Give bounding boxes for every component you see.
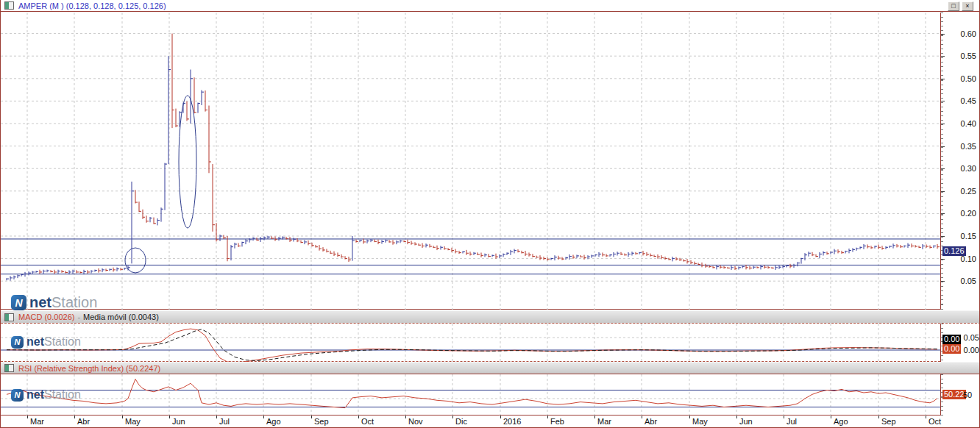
price-axis-tick (941, 259, 945, 260)
price-axis-label: 0.60 (947, 29, 976, 38)
restore-button[interactable]: □ (948, 1, 959, 11)
close-icon[interactable]: × (962, 1, 973, 11)
time-axis-label: Abr (645, 417, 657, 426)
price-axis-label: 0.30 (947, 164, 976, 173)
price-axis-label: 0.10 (947, 254, 976, 263)
logo-net-text: net (29, 294, 52, 310)
price-axis-tick (941, 101, 945, 101)
price-axis-label: 0.45 (947, 96, 976, 105)
time-axis-tick (500, 415, 501, 418)
main-panel-titlebar[interactable]: AMPER (M ) (0.128, 0.128, 0.125, 0.126) … (1, 0, 980, 12)
time-axis-tick (831, 415, 831, 418)
logo-station-text: Station (52, 294, 97, 310)
time-axis-label: Dic (455, 417, 467, 426)
time-axis-label: Mar (597, 417, 611, 426)
netstation-window: AMPER (M ) (0.128, 0.128, 0.125, 0.126) … (0, 0, 980, 428)
netstation-logo-icon: N (11, 336, 24, 349)
rsi-title: RSI (Relative Strength Index) (50.2247) (18, 364, 160, 373)
rsi-axis-tick-50: 50 (963, 390, 978, 399)
time-axis-tick (122, 415, 123, 418)
price-chart-plot[interactable]: N netStation (1, 13, 940, 310)
time-axis-label: Oct (928, 417, 941, 426)
price-axis-tick (941, 281, 945, 282)
price-axis-tick (941, 146, 945, 147)
price-axis-label: 0.05 (947, 277, 976, 285)
time-axis-label: Jun (739, 417, 753, 426)
price-axis-label: 0.50 (947, 74, 976, 83)
macd-axis-label: 0.00 (950, 346, 979, 354)
annotation-ellipse[interactable] (125, 248, 146, 273)
chart-panel-icon[interactable] (4, 1, 14, 10)
rsi-panel-icon[interactable] (4, 364, 14, 372)
time-axis-label: Jul (787, 417, 797, 426)
rsi-axis[interactable]: 50.22 50 (940, 374, 980, 415)
rsi-plot[interactable]: N netStation (1, 374, 940, 415)
price-axis-minor-ticks (941, 13, 943, 310)
logo-station-text: Station (44, 335, 81, 348)
price-axis[interactable]: 0.126 0.600.550.500.450.400.350.300.250.… (940, 13, 980, 310)
netstation-logo: N netStation (11, 294, 97, 311)
macd-title: MACD (0.0026) (18, 313, 74, 321)
macd-panel-icon[interactable] (4, 313, 14, 321)
price-axis-tick (941, 213, 945, 214)
logo-net-text: net (26, 335, 44, 348)
time-axis-tick (926, 415, 926, 418)
time-axis-tick (405, 415, 406, 418)
time-axis-label: Ago (266, 417, 281, 426)
price-axis-label: 0.15 (947, 232, 976, 240)
time-axis-label: May (692, 417, 708, 426)
price-axis-tick (941, 34, 945, 35)
time-axis-tick (452, 415, 453, 418)
time-axis-tick (27, 415, 28, 418)
time-axis-label: Feb (550, 417, 564, 426)
price-axis-label: 0.25 (947, 187, 976, 196)
time-axis-tick (263, 415, 264, 418)
macd-plot[interactable]: N netStation (1, 324, 940, 362)
time-axis-label: Jul (219, 417, 230, 426)
time-axis-tick (547, 415, 548, 418)
annotation-ellipse[interactable] (179, 96, 196, 228)
macd-axis-label: 0.05 (950, 333, 979, 342)
logo-station-text: Station (44, 388, 81, 401)
time-axis-label: Abr (77, 417, 90, 426)
macd-title-separator: - (77, 313, 80, 321)
time-axis-tick (216, 415, 217, 418)
time-axis-label: May (125, 417, 141, 426)
time-axis-label: Jun (172, 417, 185, 426)
time-axis-label: Oct (361, 417, 374, 426)
time-axis[interactable]: MarAbrMayJunJulAgoSepOctNovDic2016FebMar… (1, 415, 980, 428)
time-axis-label: Mar (30, 417, 44, 426)
netstation-logo-icon: N (11, 389, 24, 402)
macd-axis[interactable]: 0.00 0.00 0.050.00 (940, 324, 980, 362)
time-axis-tick (784, 415, 784, 418)
time-axis-tick (74, 415, 75, 418)
time-axis-tick (642, 415, 642, 418)
time-axis-tick (689, 415, 690, 418)
price-axis-tick (941, 124, 945, 124)
time-axis-tick (736, 415, 737, 418)
price-axis-label: 0.55 (947, 51, 976, 60)
netstation-logo-icon: N (11, 295, 26, 310)
time-axis-tick (169, 415, 170, 418)
price-axis-tick (941, 236, 945, 237)
time-axis-tick (594, 415, 595, 418)
price-axis-label: 0.40 (947, 119, 976, 128)
main-panel-title: AMPER (M ) (0.128, 0.128, 0.125, 0.126) (18, 1, 166, 10)
time-axis-label: 2016 (503, 417, 521, 426)
time-axis-label: Sep (314, 417, 329, 426)
time-axis-tick (358, 415, 359, 418)
time-axis-label: Sep (881, 417, 896, 426)
netstation-logo-rsi: N netStation (11, 388, 81, 402)
time-axis-label: Nov (408, 417, 423, 426)
price-axis-tick (941, 168, 945, 169)
logo-net-text: net (26, 388, 44, 401)
price-axis-tick (941, 56, 945, 57)
macd-panel-titlebar[interactable]: MACD (0.0026) - Media móvil (0.0043) □ × (1, 310, 980, 324)
rsi-value-label: 50.22 (942, 390, 966, 399)
price-axis-tick (941, 191, 945, 192)
netstation-logo-macd: N netStation (11, 335, 81, 349)
price-axis-label: 0.20 (947, 209, 976, 218)
time-axis-tick (311, 415, 312, 418)
rsi-panel-titlebar[interactable]: RSI (Relative Strength Index) (50.2247) … (1, 362, 980, 374)
time-axis-label: Ago (834, 417, 848, 426)
